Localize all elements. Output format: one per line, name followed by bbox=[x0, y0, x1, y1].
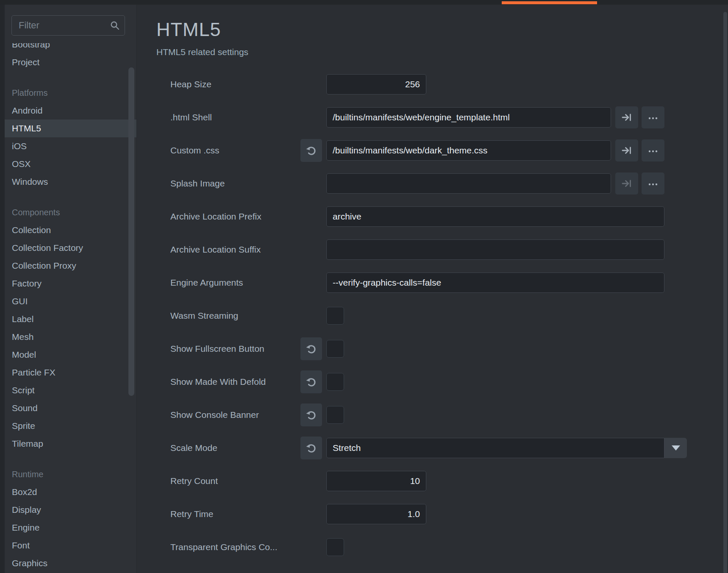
sidebar-category-list: Bootstrap Project Platforms Android HTML… bbox=[5, 43, 136, 573]
field-label: Splash Image bbox=[170, 172, 225, 195]
reset-to-default-button[interactable] bbox=[300, 337, 322, 360]
field-label: Show Console Banner bbox=[170, 403, 259, 426]
sidebar-item-tilemap[interactable]: Tilemap bbox=[5, 435, 136, 453]
sidebar-item-graphics[interactable]: Graphics bbox=[5, 554, 136, 572]
sidebar-item-collection-proxy[interactable]: Collection Proxy bbox=[5, 257, 136, 275]
archive-location-suffix-input[interactable] bbox=[326, 239, 664, 260]
field-row-show-made-with-defold: Show Made With Defold bbox=[137, 370, 728, 393]
sidebar-item-osx[interactable]: OSX bbox=[5, 155, 136, 173]
field-label: Show Made With Defold bbox=[170, 370, 266, 393]
field-row-engine-arguments: Engine Arguments bbox=[137, 271, 728, 294]
field-row-retry-count: Retry Count bbox=[137, 470, 728, 492]
sidebar-item-mesh[interactable]: Mesh bbox=[5, 328, 136, 346]
search-icon bbox=[110, 20, 120, 31]
field-row-custom-css: Custom .css bbox=[137, 139, 728, 162]
field-label: Engine Arguments bbox=[170, 271, 243, 294]
field-row-heap-size: Heap Size bbox=[137, 73, 728, 96]
reset-icon bbox=[306, 376, 317, 388]
filter-field bbox=[11, 15, 125, 36]
sidebar-item-bootstrap[interactable]: Bootstrap bbox=[5, 43, 136, 53]
field-row-retry-time: Retry Time bbox=[137, 503, 728, 526]
dropdown-arrow-button[interactable] bbox=[664, 438, 687, 458]
sidebar-item-gui[interactable]: GUI bbox=[5, 292, 136, 310]
caret-down-icon bbox=[672, 445, 680, 451]
sidebar-item-particle-fx[interactable]: Particle FX bbox=[5, 364, 136, 381]
transparent-graphics-context-checkbox[interactable] bbox=[326, 538, 344, 556]
field-label: Wasm Streaming bbox=[170, 304, 238, 327]
field-label: .html Shell bbox=[170, 106, 212, 129]
browse-resource-button[interactable] bbox=[642, 172, 664, 195]
reset-to-default-button[interactable] bbox=[300, 437, 322, 459]
sidebar-item-sound[interactable]: Sound bbox=[5, 399, 136, 417]
browse-resource-button[interactable] bbox=[642, 139, 664, 161]
reset-icon bbox=[306, 145, 317, 156]
open-resource-button[interactable] bbox=[615, 106, 638, 128]
window-edge-strip bbox=[0, 5, 5, 573]
sidebar-item-collection-factory[interactable]: Collection Factory bbox=[5, 239, 136, 257]
browse-resource-button[interactable] bbox=[642, 106, 664, 128]
sidebar-item-ios[interactable]: iOS bbox=[5, 137, 136, 155]
sidebar-item-engine[interactable]: Engine bbox=[5, 519, 136, 537]
field-row-wasm-streaming: Wasm Streaming bbox=[137, 304, 728, 327]
settings-panel: HTML5 HTML5 related settings Heap Size .… bbox=[137, 5, 728, 573]
arrow-to-bar-icon bbox=[621, 178, 632, 189]
sidebar-item-collection[interactable]: Collection bbox=[5, 221, 136, 239]
page-title: HTML5 bbox=[156, 19, 221, 41]
reset-icon bbox=[306, 343, 317, 355]
sidebar-scrollbar-thumb[interactable] bbox=[128, 67, 134, 396]
sidebar-item-label[interactable]: Label bbox=[5, 310, 136, 328]
sidebar-item-box2d[interactable]: Box2d bbox=[5, 483, 136, 501]
field-row-splash-image: Splash Image bbox=[137, 172, 728, 195]
reset-icon bbox=[306, 409, 317, 421]
open-resource-button-disabled[interactable] bbox=[615, 172, 638, 195]
sidebar-item-model[interactable]: Model bbox=[5, 346, 136, 364]
show-fullscreen-button-checkbox[interactable] bbox=[326, 340, 344, 358]
scale-mode-select[interactable]: Stretch bbox=[326, 438, 664, 458]
sidebar-item-android[interactable]: Android bbox=[5, 102, 136, 120]
html-shell-input[interactable] bbox=[326, 107, 611, 128]
ellipsis-icon bbox=[647, 178, 659, 189]
page-subtitle: HTML5 related settings bbox=[156, 47, 248, 57]
sidebar-item-project[interactable]: Project bbox=[5, 53, 136, 71]
splash-image-input[interactable] bbox=[326, 173, 611, 194]
field-label: Custom .css bbox=[170, 139, 220, 162]
show-made-with-defold-checkbox[interactable] bbox=[326, 373, 344, 391]
wasm-streaming-checkbox[interactable] bbox=[326, 307, 344, 325]
reset-to-default-button[interactable] bbox=[300, 403, 322, 426]
field-row-show-console-banner: Show Console Banner bbox=[137, 403, 728, 426]
sidebar-section-platforms: Platforms bbox=[5, 84, 136, 102]
settings-sidebar: Bootstrap Project Platforms Android HTML… bbox=[0, 5, 136, 573]
custom-css-input[interactable] bbox=[326, 140, 611, 161]
field-row-archive-location-suffix: Archive Location Suffix bbox=[137, 238, 728, 261]
sidebar-item-script[interactable]: Script bbox=[5, 381, 136, 399]
reset-icon bbox=[306, 442, 317, 454]
retry-count-input[interactable] bbox=[326, 471, 426, 491]
archive-location-prefix-input[interactable] bbox=[326, 206, 664, 227]
main-scrollbar-thumb[interactable] bbox=[723, 12, 727, 573]
arrow-to-bar-icon bbox=[621, 145, 632, 156]
field-label: Archive Location Prefix bbox=[170, 205, 261, 228]
field-row-html-shell: .html Shell bbox=[137, 106, 728, 129]
sidebar-section-runtime: Runtime bbox=[5, 465, 136, 483]
sidebar-item-display[interactable]: Display bbox=[5, 501, 136, 519]
sidebar-item-html5[interactable]: HTML5 bbox=[5, 120, 136, 137]
sidebar-item-sprite[interactable]: Sprite bbox=[5, 417, 136, 435]
engine-arguments-input[interactable] bbox=[326, 273, 664, 293]
heap-size-input[interactable] bbox=[326, 74, 426, 95]
open-resource-button[interactable] bbox=[615, 139, 638, 161]
filter-input[interactable] bbox=[12, 16, 125, 35]
field-label: Transparent Graphics Co... bbox=[170, 536, 278, 559]
show-console-banner-checkbox[interactable] bbox=[326, 406, 344, 424]
field-row-archive-location-prefix: Archive Location Prefix bbox=[137, 205, 728, 228]
sidebar-item-windows[interactable]: Windows bbox=[5, 173, 136, 191]
ellipsis-icon bbox=[647, 145, 659, 156]
field-row-scale-mode: Scale Mode Stretch bbox=[137, 437, 728, 459]
retry-time-input[interactable] bbox=[326, 504, 426, 524]
field-row-transparent-graphics-context: Transparent Graphics Co... bbox=[137, 536, 728, 559]
field-label: Show Fullscreen Button bbox=[170, 337, 264, 360]
sidebar-item-factory[interactable]: Factory bbox=[5, 275, 136, 292]
reset-to-default-button[interactable] bbox=[300, 370, 322, 393]
reset-to-default-button[interactable] bbox=[300, 139, 322, 162]
sidebar-item-font[interactable]: Font bbox=[5, 537, 136, 554]
tab-bar-bottom-strip bbox=[0, 0, 728, 5]
